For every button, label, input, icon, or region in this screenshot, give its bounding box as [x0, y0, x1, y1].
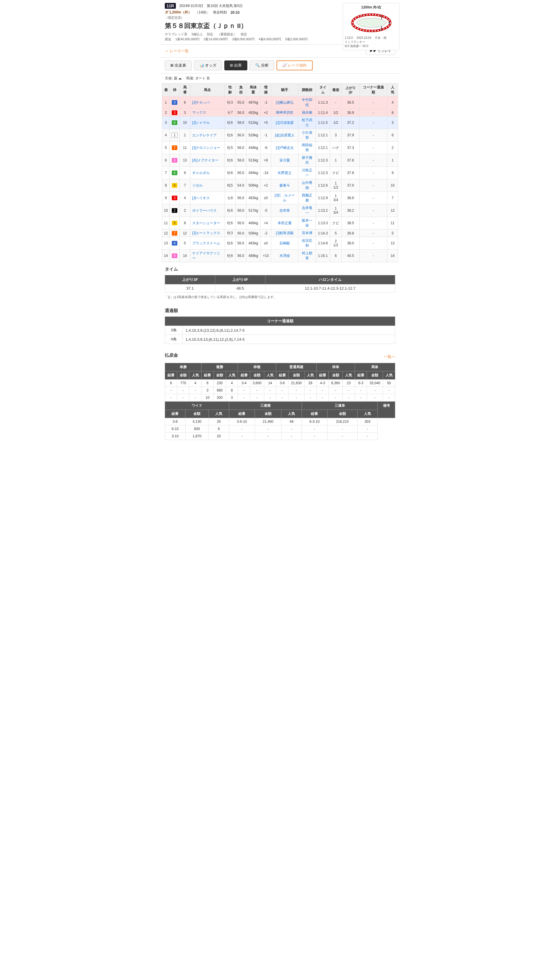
jockey-link[interactable]: [J]川須栄彦: [276, 121, 294, 125]
tab-trend[interactable]: 📈 レース傾向: [276, 60, 313, 70]
cell-margin: クビ: [330, 167, 341, 179]
jockey-link[interactable]: 石崎駿: [279, 241, 290, 245]
col-trainer: 調教師: [298, 84, 316, 96]
jockey-link[interactable]: 本田正重: [278, 221, 292, 225]
trainer-link[interactable]: 西園正都: [302, 193, 312, 202]
pay-sub-h7: 組番: [238, 371, 250, 380]
trend-icon: 📈: [282, 63, 287, 67]
pay-cell: -: [238, 387, 250, 394]
horse-link[interactable]: スターシューター: [192, 221, 220, 225]
pay-sub-h8: 金額: [250, 371, 264, 380]
cell-horse-name: [兵]イグナイター: [190, 154, 225, 167]
pay-cell: 10: [201, 394, 214, 401]
cell-jockey: [J]鮫島克駿: [271, 230, 298, 237]
cell-horse-weight: 512kg: [246, 116, 261, 129]
cell-last3f: 38.2: [342, 204, 360, 217]
cell-weight-carry: 56.0: [236, 142, 246, 154]
horse-link[interactable]: [J]チカッパ: [192, 100, 210, 105]
col-jockey: 騎手: [271, 84, 298, 96]
race-list-link[interactable]: ＜ レース一覧: [165, 49, 189, 54]
tab-shutsuba[interactable]: ⊞ 出走表: [165, 60, 192, 70]
results-table: 着 枠 馬番 馬名 性齢 負担 馬体重 増減 騎手 調教師 タイム 着差 上がり…: [162, 83, 398, 262]
trainer-link[interactable]: 山中尊徳: [302, 181, 312, 190]
horse-link[interactable]: エンテレケイア: [192, 133, 217, 137]
jockey-link[interactable]: [J]横山典弘: [276, 100, 294, 105]
trainer-link[interactable]: 松下武士: [302, 118, 312, 127]
horse-link[interactable]: ケイアイサクソニー: [192, 251, 220, 260]
jockey-link[interactable]: 森泰斗: [279, 183, 290, 188]
jockey-link[interactable]: [J]戸崎圭太: [276, 146, 294, 150]
jockey-link[interactable]: [J]C．ルメール: [275, 193, 295, 202]
time-last3f: 37.1: [165, 284, 215, 293]
cell-weight-change: -6: [261, 142, 271, 154]
jockey-link[interactable]: 矢野貴之: [278, 171, 292, 175]
jockey-link[interactable]: 吉井章: [279, 208, 290, 213]
tab-analysis[interactable]: 🔍 分析: [250, 60, 274, 70]
course-map-box: 1200m 外/右 1:10.0 2023.10.04 不良・雨: [343, 3, 399, 50]
cell-waku: 1: [170, 129, 180, 142]
course-record-horse: ドンフランキー: [345, 40, 398, 44]
cell-corner: -: [360, 250, 387, 262]
pay-sub-h6: 人気: [226, 371, 238, 380]
trainer-link[interactable]: 中竹和也: [302, 98, 312, 107]
horse-link[interactable]: [J]ヘリオス: [192, 196, 210, 200]
horse-link[interactable]: ブラックストーム: [192, 241, 220, 245]
tab-odds[interactable]: 📊 オッズ: [194, 60, 222, 70]
horse-link[interactable]: マックス: [192, 110, 206, 114]
bottom-h9: 人気: [357, 410, 378, 418]
cell-waku: 4: [170, 96, 180, 109]
trainer-link[interactable]: 宮本博: [302, 231, 312, 235]
pay-cell: -: [289, 394, 304, 401]
cell-last3f: 38.0: [342, 237, 360, 250]
trainer-link[interactable]: 村上頼章: [302, 251, 312, 260]
cell-time: 1:12.3: [316, 154, 330, 167]
cell-rank: 12: [162, 230, 170, 237]
trainer-link[interactable]: 川島正一: [302, 168, 312, 177]
track-condition: 馬場: ダート 良: [186, 76, 210, 80]
trainer-link[interactable]: 福永敏: [302, 110, 312, 114]
trainer-link[interactable]: 佐宗応和: [302, 238, 312, 247]
jockey-link[interactable]: 御神本訓史: [276, 110, 293, 114]
cell-trainer: 吉井竜一: [298, 204, 316, 217]
horse-link[interactable]: [J]シャマル: [192, 121, 210, 125]
wide-pop: 20: [209, 433, 229, 440]
cell-popularity: 6: [387, 129, 398, 142]
jockey-link[interactable]: 笹川翼: [279, 158, 290, 162]
trainer-link[interactable]: 吉井竜一: [302, 206, 312, 215]
ichiran-link[interactable]: 一覧へ: [384, 354, 395, 359]
race-entries: （14頭）: [195, 10, 209, 15]
pay-wakutan-header: 枠単: [317, 363, 355, 371]
horse-link[interactable]: [J]クロジシジョー: [192, 146, 220, 150]
cell-horse-name: ブラックストーム: [190, 237, 225, 250]
horse-link[interactable]: [兵]イグナイター: [192, 158, 219, 162]
time-last3f-header: 上がり3F: [165, 275, 215, 284]
jockey-link[interactable]: 木澤捺: [279, 254, 290, 258]
pay-wide-header: ワイド: [165, 402, 229, 410]
trainer-link[interactable]: 岡田稲男: [302, 143, 312, 152]
horse-link[interactable]: ボイラーハウス: [192, 208, 217, 213]
pay-cell: 21,830: [289, 380, 304, 387]
jockey-link[interactable]: [金]吉原寛人: [275, 133, 295, 137]
cell-margin: 5: [330, 230, 341, 237]
col-last3f: 上がり3F: [342, 84, 360, 96]
cell-waku: 5: [170, 179, 180, 192]
cell-waku: 4: [170, 237, 180, 250]
cell-horse-weight: 506kg: [246, 230, 261, 237]
tab-results[interactable]: ⊞ 結果: [224, 60, 247, 70]
trainer-link[interactable]: 新子雅司: [302, 156, 312, 165]
cell-horse-name: ギャルダル: [190, 167, 225, 179]
pay-sub-h15: 人気: [343, 371, 355, 380]
pay-cell: 3-4: [238, 380, 250, 387]
cell-horse-num: 2: [180, 204, 190, 217]
horse-link[interactable]: ジゼル: [192, 183, 203, 188]
horse-link[interactable]: [J]エートラックス: [192, 231, 220, 235]
jockey-link[interactable]: [J]鮫島克駿: [276, 231, 294, 235]
cell-rank: 8: [162, 179, 170, 192]
trainer-link[interactable]: 阪本一栄: [302, 218, 312, 227]
cell-weight-change: +13: [261, 250, 271, 262]
horse-link[interactable]: ギャルダル: [192, 171, 210, 175]
trainer-link[interactable]: 小久保智: [302, 130, 312, 139]
cell-horse-num: 6: [180, 96, 190, 109]
cell-horse-weight: 488kg: [246, 250, 261, 262]
cell-horse-num: 12: [180, 230, 190, 237]
